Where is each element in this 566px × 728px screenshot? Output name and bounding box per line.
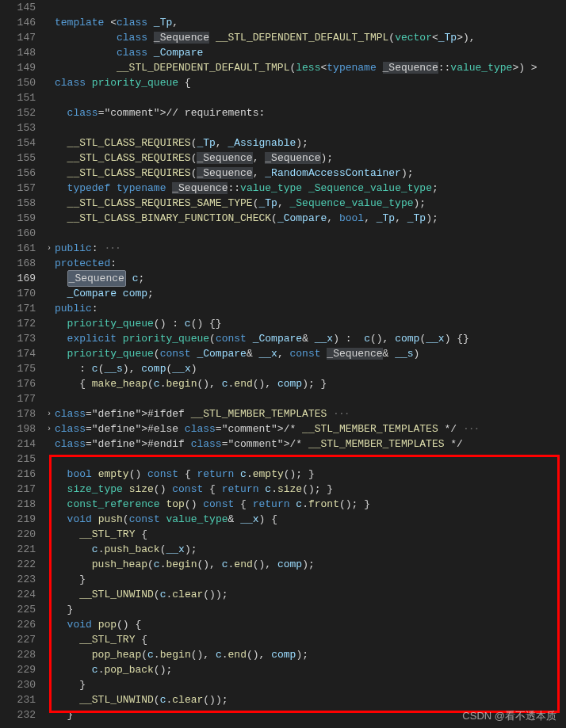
line-number: 217 [5,482,36,497]
code-line[interactable] [55,226,566,241]
code-line[interactable]: template <class _Tp, [55,15,566,30]
line-number: 174 [5,346,36,361]
code-line[interactable]: void push(const value_type& __x) { [55,512,566,527]
chevron-right-icon[interactable]: › [47,406,52,421]
line-number: 155 [5,151,36,166]
line-number: 176 [5,376,36,391]
code-line[interactable]: : c(__s), comp(__x) [55,361,566,376]
fold-cell [44,512,55,527]
line-number: 156 [5,166,36,181]
code-line[interactable]: class="define">#else class="comment">/* … [55,421,566,436]
line-number: 225 [5,602,36,617]
line-number: 222 [5,557,36,572]
code-line[interactable]: bool empty() const { return c.empty(); } [55,467,566,482]
code-line[interactable]: typedef typename _Sequence::value_type _… [55,181,566,196]
code-line[interactable]: __STL_CLASS_REQUIRES(_Sequence, _Sequenc… [55,151,566,166]
code-line[interactable]: __STL_CLASS_REQUIRES_SAME_TYPE(_Tp, _Seq… [55,196,566,211]
line-number: 232 [5,707,36,722]
line-number: 158 [5,196,36,211]
code-line[interactable]: void pop() { [55,617,566,632]
code-editor[interactable]: 1451461471481491501511521531541551561571… [0,0,566,728]
fold-cell [44,226,55,241]
fold-cell [44,105,55,120]
chevron-right-icon[interactable]: › [47,421,52,436]
fold-cell [44,632,55,647]
line-number: 146 [5,15,36,30]
code-line[interactable]: class priority_queue { [55,75,566,90]
fold-cell [44,90,55,105]
code-line[interactable]: class="define">#ifdef __STL_MEMBER_TEMPL… [55,406,566,421]
fold-cell [44,135,55,151]
fold-cell [44,151,55,166]
code-line[interactable]: __STL_CLASS_REQUIRES(_Tp, _Assignable); [55,135,566,151]
code-line[interactable]: public: [55,301,566,316]
code-line[interactable] [55,391,566,406]
fold-cell: › [44,406,55,421]
line-number: 219 [5,512,36,527]
line-number-gutter: 1451461471481491501511521531541551561571… [0,0,44,728]
code-line[interactable] [55,452,566,467]
line-number: 173 [5,331,36,346]
code-line[interactable]: _Sequence c; [55,271,566,286]
code-line[interactable]: protected: [55,256,566,271]
code-line[interactable]: class="define">#endif class="comment">/*… [55,436,566,452]
code-line[interactable]: __STL_UNWIND(c.clear()); [55,587,566,602]
code-line[interactable]: __STL_DEPENDENT_DEFAULT_TMPL(less<typena… [55,60,566,75]
code-line[interactable]: const_reference top() const { return c.f… [55,497,566,512]
line-number: 150 [5,75,36,90]
code-line[interactable]: c.pop_back(); [55,662,566,677]
fold-cell [44,572,55,587]
code-line[interactable]: __STL_TRY { [55,527,566,542]
fold-cell [44,361,55,376]
fold-cell [44,0,55,15]
line-number: 224 [5,587,36,602]
code-line[interactable]: } [55,602,566,617]
code-line[interactable]: { make_heap(c.begin(), c.end(), comp); } [55,376,566,391]
code-line[interactable]: } [55,572,566,587]
fold-cell [44,482,55,497]
fold-cell [44,15,55,30]
fold-cell [44,452,55,467]
line-number: 151 [5,90,36,105]
fold-cell [44,30,55,45]
code-line[interactable]: size_type size() const { return c.size()… [55,482,566,497]
code-line[interactable]: class _Sequence __STL_DEPENDENT_DEFAULT_… [55,30,566,45]
line-number: 161 [5,241,36,256]
line-number: 169 [5,271,36,286]
fold-cell [44,166,55,181]
code-line[interactable]: public: ··· [55,241,566,256]
code-line[interactable]: __STL_UNWIND(c.clear()); [55,692,566,707]
code-line[interactable]: priority_queue() : c() {} [55,316,566,331]
fold-cell [44,391,55,406]
code-area[interactable]: template <class _Tp, class _Sequence __S… [55,0,566,728]
code-line[interactable]: pop_heap(c.begin(), c.end(), comp); [55,647,566,662]
fold-cell [44,662,55,677]
line-number: 227 [5,632,36,647]
fold-cell [44,271,55,286]
code-line[interactable]: _Compare comp; [55,286,566,301]
code-line[interactable]: class="comment">// requirements: [55,105,566,120]
fold-cell [44,692,55,707]
fold-cell [44,587,55,602]
code-line[interactable]: __STL_TRY { [55,632,566,647]
code-line[interactable] [55,120,566,135]
line-number: 171 [5,301,36,316]
line-number: 178 [5,406,36,421]
fold-cell [44,436,55,452]
fold-cell [44,707,55,722]
fold-cell [44,602,55,617]
code-line[interactable] [55,90,566,105]
code-line[interactable]: c.push_back(__x); [55,542,566,557]
line-number: 218 [5,497,36,512]
code-line[interactable]: push_heap(c.begin(), c.end(), comp); [55,557,566,572]
code-line[interactable]: explicit priority_queue(const _Compare& … [55,331,566,346]
code-line[interactable]: __STL_CLASS_BINARY_FUNCTION_CHECK(_Compa… [55,211,566,226]
code-line[interactable]: class _Compare [55,45,566,60]
code-line[interactable] [55,0,566,15]
code-line[interactable]: } [55,677,566,692]
fold-cell [44,331,55,346]
fold-cell [44,467,55,482]
code-line[interactable]: __STL_CLASS_REQUIRES(_Sequence, _RandomA… [55,166,566,181]
chevron-right-icon[interactable]: › [47,241,52,256]
code-line[interactable]: priority_queue(const _Compare& __x, cons… [55,346,566,361]
